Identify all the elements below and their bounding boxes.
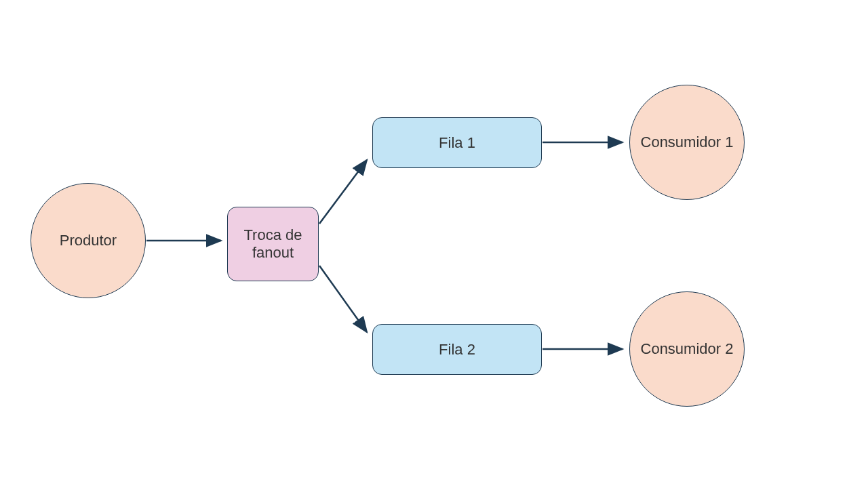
consumer1-node: Consumidor 1 [629,85,745,200]
arrow-exchange-to-queue1 [319,160,367,224]
queue1-node: Fila 1 [372,117,542,168]
consumer2-label: Consumidor 2 [641,340,734,358]
consumer2-node: Consumidor 2 [629,291,745,407]
producer-label: Produtor [60,232,117,249]
exchange-node: Troca de fanout [227,207,319,281]
queue1-label: Fila 1 [439,134,475,152]
queue2-label: Fila 2 [439,341,475,359]
exchange-label: Troca de fanout [228,226,318,262]
queue2-node: Fila 2 [372,324,542,375]
producer-node: Produtor [31,183,146,298]
arrow-exchange-to-queue2 [319,266,367,332]
consumer1-label: Consumidor 1 [641,134,734,151]
